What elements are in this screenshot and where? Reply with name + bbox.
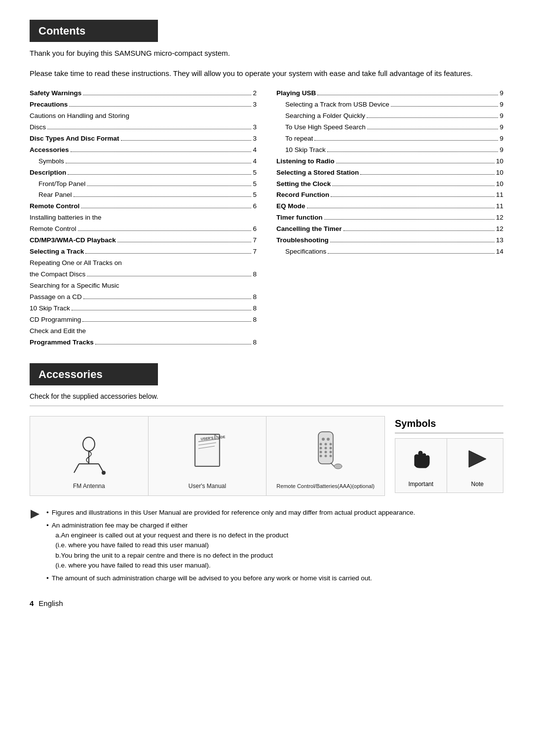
notes-arrow-icon <box>30 509 40 523</box>
svg-point-14 <box>322 438 325 441</box>
accessories-heading: Accessories <box>30 363 158 385</box>
svg-point-17 <box>324 443 327 446</box>
svg-point-21 <box>329 447 332 450</box>
svg-point-20 <box>324 447 327 450</box>
toc-container: Safety Warnings2Precautions3Cautions on … <box>30 88 503 348</box>
svg-point-23 <box>324 451 327 454</box>
accessory-fm-antenna: FM Antenna <box>30 416 149 495</box>
toc-entry: Precautions3 <box>30 99 257 111</box>
symbol-note: Note <box>452 439 503 493</box>
toc-entry: Searching a Folder Quickly9 <box>276 111 503 122</box>
toc-entry: CD Programming8 <box>30 314 257 326</box>
svg-line-3 <box>74 464 79 473</box>
svg-marker-31 <box>31 510 39 519</box>
symbol-important: Important <box>395 439 447 493</box>
toc-entry: Installing batteries in the <box>30 212 257 224</box>
manual-icon: USER'S GUIDE <box>188 425 227 478</box>
toc-entry: CD/MP3/WMA-CD Playback7 <box>30 235 257 246</box>
toc-entry: Selecting a Track7 <box>30 246 257 258</box>
important-label: Important <box>408 480 433 489</box>
accessories-symbols-row: FM Antenna USER'S GUIDE <box>30 416 503 496</box>
toc-entry: 10 Skip Track8 <box>30 303 257 314</box>
svg-point-5 <box>102 471 106 475</box>
svg-point-26 <box>324 455 327 457</box>
toc-entry: Specifications14 <box>276 246 503 258</box>
accessory-manual: USER'S GUIDE User's Manual <box>149 416 267 495</box>
note-arrow-icon <box>464 446 491 476</box>
toc-entry: Cancelling the Timer12 <box>276 224 503 235</box>
toc-entry: Selecting a Track from USB Device9 <box>276 99 503 111</box>
toc-entry: Selecting a Stored Station10 <box>276 167 503 179</box>
toc-left: Safety Warnings2Precautions3Cautions on … <box>30 88 257 348</box>
fm-antenna-label: FM Antenna <box>73 482 105 491</box>
toc-entry: Record Function11 <box>276 189 503 201</box>
toc-entry: Passage on a CD8 <box>30 292 257 303</box>
svg-point-16 <box>319 443 322 446</box>
toc-entry: Playing USB9 <box>276 88 503 99</box>
toc-entry: Front/Top Panel5 <box>30 179 257 190</box>
contents-section: Contents Thank you for buying this SAMSU… <box>30 20 503 348</box>
note-item-2: An administration fee may be charged if … <box>46 521 415 570</box>
toc-right: Playing USB9Selecting a Track from USB D… <box>276 88 503 348</box>
accessories-divider <box>30 406 503 406</box>
toc-entry: Cautions on Handling and Storing <box>30 111 257 122</box>
footer-language: English <box>38 598 63 609</box>
toc-entry: Troubleshooting13 <box>276 235 503 246</box>
toc-entry: Repeating One or All Tracks on <box>30 258 257 269</box>
svg-point-22 <box>319 451 322 454</box>
toc-entry: Remote Control6 <box>30 224 257 235</box>
symbols-title: Symbols <box>395 416 503 433</box>
toc-entry: Listening to Radio10 <box>276 156 503 167</box>
remote-icon <box>304 425 348 479</box>
svg-point-18 <box>329 443 332 446</box>
toc-entry: Setting the Clock10 <box>276 179 503 190</box>
toc-entry: Programmed Tracks8 <box>30 337 257 348</box>
toc-entry: To repeat9 <box>276 133 503 145</box>
intro-line2: Please take time to read these instructi… <box>30 68 503 79</box>
svg-point-24 <box>329 451 332 454</box>
contents-heading: Contents <box>30 20 503 48</box>
note-item-1: Figures and illustrations in this User M… <box>46 508 415 518</box>
toc-entry: Safety Warnings2 <box>30 88 257 99</box>
notes-section: Figures and illustrations in this User M… <box>30 508 503 584</box>
toc-entry: the Compact Discs8 <box>30 269 257 280</box>
toc-entry: 10 Skip Track9 <box>276 145 503 156</box>
note-label: Note <box>471 480 484 489</box>
antenna-icon <box>69 425 109 478</box>
hand-icon <box>407 446 434 476</box>
notes-row: Figures and illustrations in this User M… <box>30 508 503 584</box>
toc-entry: Disc Types And Disc Format3 <box>30 133 257 145</box>
toc-entry: Discs3 <box>30 122 257 133</box>
toc-entry: Accessories4 <box>30 145 257 156</box>
svg-point-15 <box>327 438 330 441</box>
remote-label: Remote Control/Batteries(AAA)(optional) <box>276 482 375 491</box>
toc-entry: Rear Panel5 <box>30 189 257 201</box>
svg-line-29 <box>331 463 334 466</box>
symbols-box: Symbols Important <box>395 416 503 493</box>
svg-point-19 <box>319 447 322 450</box>
svg-point-28 <box>334 464 342 469</box>
svg-point-0 <box>83 437 95 451</box>
toc-entry: Searching for a Specific Music <box>30 280 257 292</box>
toc-entry: Remote Control6 <box>30 201 257 212</box>
footer-page: 4 <box>30 598 34 609</box>
svg-marker-30 <box>469 451 486 467</box>
accessories-items: FM Antenna USER'S GUIDE <box>30 416 385 496</box>
toc-entry: EQ Mode11 <box>276 201 503 212</box>
manual-label: User's Manual <box>189 482 226 491</box>
svg-point-27 <box>329 455 332 457</box>
footer: 4 English <box>30 598 503 609</box>
toc-entry: Timer function12 <box>276 212 503 224</box>
toc-entry: To Use High Speed Search9 <box>276 122 503 133</box>
notes-content: Figures and illustrations in this User M… <box>46 508 415 584</box>
note-item-3: The amount of such administration charge… <box>46 573 415 583</box>
toc-entry: Symbols4 <box>30 156 257 167</box>
accessory-remote: Remote Control/Batteries(AAA)(optional) <box>266 416 384 495</box>
toc-entry: Description5 <box>30 167 257 179</box>
symbols-icons-row: Important Note <box>395 438 503 493</box>
toc-entry: Check and Edit the <box>30 326 257 337</box>
accessories-subtext: Check for the supplied accessories below… <box>30 391 503 402</box>
accessories-section: Accessories Check for the supplied acces… <box>30 363 503 496</box>
svg-point-25 <box>319 455 322 457</box>
intro-line1: Thank you for buying this SAMSUNG micro-… <box>30 48 503 59</box>
